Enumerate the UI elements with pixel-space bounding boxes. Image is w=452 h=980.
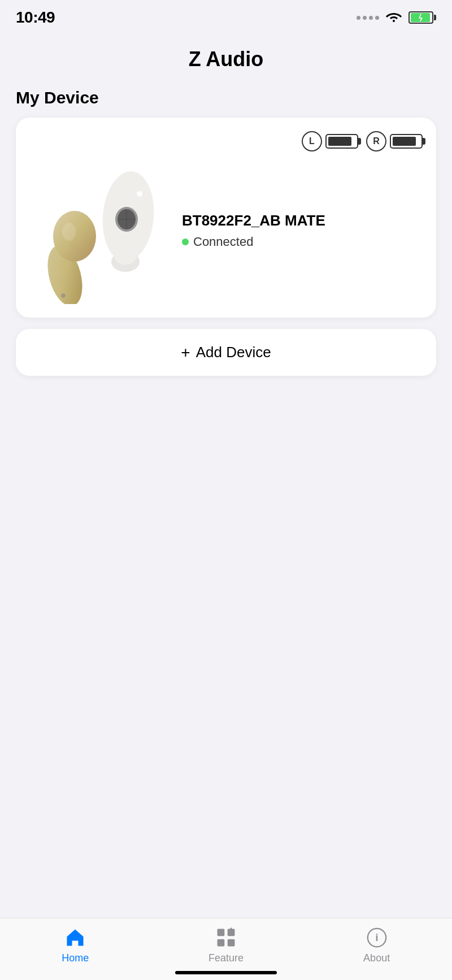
left-battery-fill — [328, 137, 351, 146]
app-title: Z Audio — [0, 47, 452, 71]
feature-icon — [215, 926, 237, 949]
feature-icon-wrap — [212, 925, 240, 950]
status-icons — [357, 10, 436, 25]
home-indicator — [175, 971, 277, 974]
svg-rect-12 — [218, 929, 225, 936]
status-time: 10:49 — [16, 8, 55, 27]
add-device-button[interactable]: + Add Device — [16, 329, 436, 376]
tab-home-label: Home — [62, 952, 89, 964]
signal-icon — [357, 16, 379, 20]
tab-about[interactable]: i About — [301, 925, 452, 964]
battery-icon — [408, 11, 436, 24]
svg-rect-11 — [114, 248, 137, 264]
wifi-icon — [385, 10, 403, 25]
left-battery-indicator: L — [302, 131, 358, 151]
about-icon-wrap: i — [363, 925, 391, 950]
right-battery-bar — [390, 134, 423, 149]
device-card-main: BT8922F2_AB MATE Connected — [29, 157, 423, 304]
left-battery-label: L — [302, 131, 322, 151]
status-bar: 10:49 — [0, 0, 452, 31]
earbuds-image — [29, 157, 176, 304]
svg-point-9 — [137, 191, 142, 197]
svg-rect-14 — [218, 939, 225, 947]
left-battery-bar — [325, 134, 358, 149]
device-card[interactable]: L R — [16, 118, 436, 318]
connection-status: Connected — [182, 235, 423, 249]
about-icon: i — [367, 927, 387, 948]
main-content: My Device L R — [0, 88, 452, 376]
add-device-label: Add Device — [196, 344, 271, 361]
svg-point-3 — [61, 293, 66, 298]
connection-dot — [182, 239, 189, 245]
section-title: My Device — [16, 88, 436, 107]
device-name: BT8922F2_AB MATE — [182, 212, 423, 229]
right-battery-label: R — [366, 131, 386, 151]
battery-indicators: L R — [29, 131, 423, 151]
tab-about-label: About — [363, 952, 390, 964]
right-battery-indicator: R — [366, 131, 423, 151]
tab-feature[interactable]: Feature — [151, 925, 302, 964]
svg-rect-15 — [228, 939, 235, 947]
svg-point-2 — [62, 223, 76, 241]
svg-text:i: i — [375, 932, 378, 943]
plus-icon: + — [181, 345, 190, 361]
tab-home[interactable]: Home — [0, 925, 151, 964]
device-info: BT8922F2_AB MATE Connected — [176, 212, 423, 249]
home-icon — [64, 926, 86, 949]
home-icon-wrap — [61, 925, 89, 950]
right-battery-fill — [393, 137, 416, 146]
tab-feature-label: Feature — [208, 952, 244, 964]
connection-label: Connected — [193, 235, 253, 249]
